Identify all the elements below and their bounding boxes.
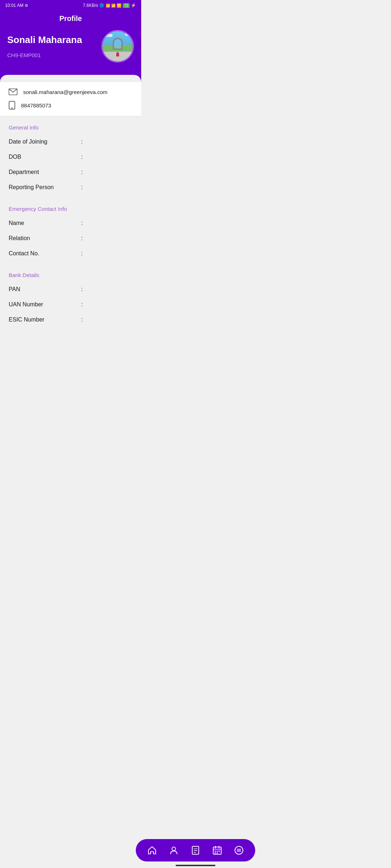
dob-colon: : (81, 154, 83, 160)
battery-indicator: 72 (123, 3, 130, 8)
emg-name-colon: : (81, 220, 83, 226)
esic-row: ESIC Number : (9, 312, 133, 327)
bank-details-section: Bank Details PAN : UAN Number : ESIC Num… (0, 264, 141, 356)
email-value: sonali.maharana@greenjeeva.com (23, 89, 108, 95)
emergency-contact-section: Emergency Contact Info Name : Relation :… (0, 198, 141, 264)
dob-label: DOB (9, 154, 81, 160)
joining-label: Date of Joining (9, 139, 81, 145)
bank-details-title: Bank Details (9, 272, 133, 278)
phone-value: 8847885073 (21, 102, 51, 109)
phone-row: 8847885073 (9, 101, 133, 110)
wifi-icon: 🛜 (117, 3, 122, 8)
gear-icon: ⚙ (25, 3, 28, 8)
department-row: Department : (9, 165, 133, 180)
esic-colon: : (81, 316, 83, 323)
time-display: 10:01 AM (5, 3, 24, 8)
pan-row: PAN : (9, 282, 133, 297)
department-colon: : (81, 169, 83, 175)
email-icon (9, 89, 17, 95)
status-bar: 10:01 AM ⚙ 7.6KB/s 🔵 📶 📶 🛜 72 ⚡ (0, 0, 141, 10)
email-row: sonali.maharana@greenjeeva.com (9, 89, 133, 95)
avatar (101, 30, 134, 63)
reporting-person-row: Reporting Person : (9, 180, 133, 195)
relation-colon: : (81, 235, 83, 242)
emg-name-label: Name (9, 220, 81, 226)
general-info-section: General Info Date of Joining : DOB : Dep… (0, 116, 141, 198)
page-title: Profile (7, 14, 134, 30)
uan-colon: : (81, 301, 83, 308)
contact-no-row: Contact No. : (9, 246, 133, 261)
reporting-person-colon: : (81, 184, 83, 191)
svg-rect-2 (11, 108, 13, 109)
pan-colon: : (81, 286, 83, 293)
contact-no-label: Contact No. (9, 250, 81, 257)
signal-icons: 📶 📶 (106, 4, 115, 8)
emg-name-row: Name : (9, 216, 133, 231)
contact-no-colon: : (81, 250, 83, 257)
phone-icon (9, 101, 15, 110)
emergency-contact-title: Emergency Contact Info (9, 206, 133, 212)
reporting-person-label: Reporting Person (9, 184, 81, 191)
network-speed: 7.6KB/s (83, 3, 98, 8)
uan-label: UAN Number (9, 301, 81, 308)
employee-id: CH9-EMP001 (7, 52, 82, 58)
joining-row: Date of Joining : (9, 134, 133, 149)
charging-icon: ⚡ (131, 3, 136, 8)
status-right: 7.6KB/s 🔵 📶 📶 🛜 72 ⚡ (83, 3, 136, 8)
joining-colon: : (81, 139, 83, 145)
uan-row: UAN Number : (9, 297, 133, 312)
department-label: Department (9, 169, 81, 175)
pan-label: PAN (9, 286, 81, 293)
general-info-title: General Info (9, 124, 133, 131)
status-left: 10:01 AM ⚙ (5, 3, 28, 8)
profile-name: Sonali Maharana (7, 34, 82, 46)
relation-row: Relation : (9, 231, 133, 246)
esic-label: ESIC Number (9, 316, 81, 323)
relation-label: Relation (9, 235, 81, 242)
bluetooth-icon: 🔵 (99, 3, 105, 8)
contact-section: sonali.maharana@greenjeeva.com 884788507… (0, 82, 141, 116)
profile-info: Sonali Maharana CH9-EMP001 (7, 34, 82, 58)
dob-row: DOB : (9, 149, 133, 165)
